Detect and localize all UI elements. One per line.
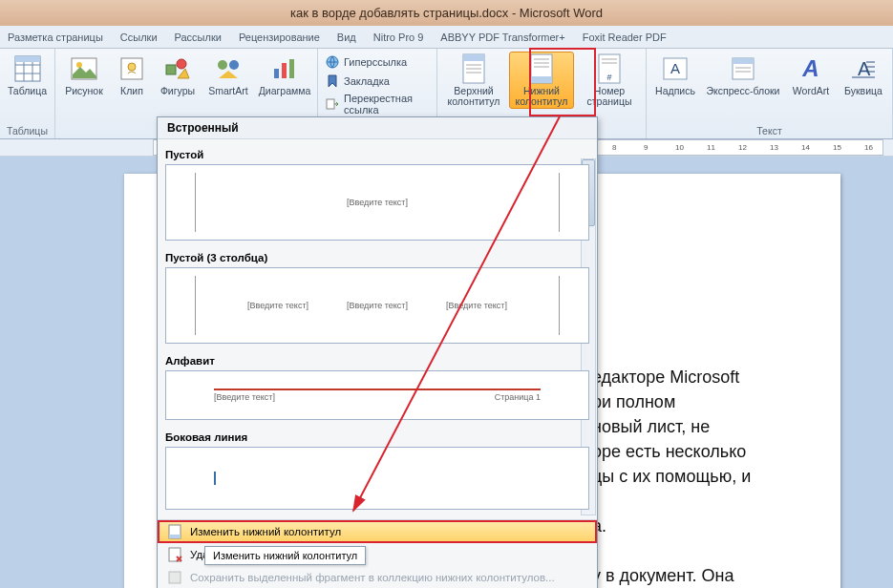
svg-rect-20 bbox=[463, 54, 484, 61]
picture-button[interactable]: Рисунок bbox=[59, 52, 109, 98]
wordart-button[interactable]: AWordArt bbox=[786, 52, 836, 98]
chart-button[interactable]: Диаграмма bbox=[256, 52, 313, 98]
svg-rect-48 bbox=[169, 572, 181, 583]
hyperlink-icon bbox=[325, 54, 340, 70]
edit-footer-icon bbox=[167, 524, 182, 539]
bookmark-icon bbox=[325, 74, 340, 89]
doc-text: оре есть несколько bbox=[592, 442, 746, 461]
svg-point-12 bbox=[218, 60, 227, 70]
svg-rect-36 bbox=[733, 58, 754, 64]
save-gallery-label: Сохранить выделенный фрагмент в коллекци… bbox=[190, 572, 555, 583]
header-icon bbox=[458, 53, 489, 84]
shapes-icon bbox=[162, 53, 193, 84]
section-sideline: Боковая линия bbox=[165, 426, 589, 447]
tab-nitro[interactable]: Nitro Pro 9 bbox=[373, 32, 424, 43]
edit-footer-label: Изменить нижний колонтитул bbox=[190, 526, 341, 537]
svg-rect-15 bbox=[282, 63, 287, 78]
svg-point-11 bbox=[177, 59, 186, 69]
table-button[interactable]: Таблица bbox=[4, 52, 51, 98]
svg-point-7 bbox=[76, 62, 82, 68]
doc-text: едакторе Microsoft bbox=[592, 368, 739, 387]
dropdown-body[interactable]: Пустой [Введите текст] Пустой (3 столбца… bbox=[158, 139, 597, 519]
page-number-text: Страница 1 bbox=[495, 392, 541, 402]
svg-rect-5 bbox=[15, 56, 40, 62]
pagenumber-icon: # bbox=[594, 53, 625, 84]
preview-blank[interactable]: [Введите текст] bbox=[165, 164, 589, 241]
textbox-button[interactable]: AНадпись bbox=[650, 52, 700, 98]
tab-references[interactable]: Ссылки bbox=[120, 32, 158, 43]
placeholder-text: [Введите текст] bbox=[214, 392, 275, 402]
svg-rect-14 bbox=[274, 69, 279, 78]
svg-rect-18 bbox=[327, 99, 334, 109]
preview-blank3[interactable]: [Введите текст] [Введите текст] [Введите… bbox=[165, 267, 589, 344]
group-tables: Таблица Таблицы bbox=[0, 49, 55, 138]
group-text: AНадпись Экспресс-блоки AWordArt AБуквиц… bbox=[647, 49, 893, 138]
svg-text:A: A bbox=[858, 58, 871, 79]
chart-icon bbox=[269, 53, 300, 84]
hyperlink-button[interactable]: Гиперссылка bbox=[322, 53, 433, 71]
doc-text: новый лист, не bbox=[592, 417, 710, 436]
save-to-gallery-item: Сохранить выделенный фрагмент в коллекци… bbox=[158, 566, 597, 588]
placeholder-text: [Введите текст] bbox=[446, 301, 507, 310]
tab-view[interactable]: Вид bbox=[337, 32, 356, 43]
svg-rect-46 bbox=[169, 535, 181, 538]
picture-icon bbox=[69, 53, 99, 84]
tooltip-edit-footer: Изменить нижний колонтитул bbox=[204, 546, 366, 565]
smartart-icon bbox=[213, 53, 244, 84]
svg-rect-16 bbox=[289, 59, 294, 78]
footer-button[interactable]: Нижний колонтитул bbox=[509, 52, 574, 109]
ribbon-tabs: Разметка страницы Ссылки Рассылки Реценз… bbox=[0, 26, 893, 49]
placeholder-text: [Введите текст] bbox=[347, 301, 408, 310]
wordart-icon: A bbox=[796, 53, 826, 84]
shapes-button[interactable]: Фигуры bbox=[155, 52, 201, 98]
footer-dropdown: Встроенный Пустой [Введите текст] Пустой… bbox=[157, 116, 598, 588]
svg-text:A: A bbox=[801, 55, 819, 81]
header-button[interactable]: Верхний колонтитул bbox=[441, 52, 506, 109]
save-gallery-icon bbox=[167, 570, 182, 585]
svg-point-9 bbox=[128, 63, 136, 71]
tab-review[interactable]: Рецензирование bbox=[239, 32, 320, 43]
svg-text:A: A bbox=[670, 60, 680, 76]
section-blank: Пустой bbox=[165, 143, 589, 164]
preview-sideline[interactable] bbox=[165, 447, 589, 510]
group-label-text: Текст bbox=[650, 123, 888, 138]
clip-icon bbox=[117, 53, 147, 84]
remove-footer-icon bbox=[167, 547, 182, 562]
crossref-icon bbox=[325, 96, 340, 112]
svg-rect-25 bbox=[531, 76, 552, 83]
tab-foxit[interactable]: Foxit Reader PDF bbox=[583, 32, 667, 43]
bookmark-button[interactable]: Закладка bbox=[322, 73, 433, 90]
window-title: как в ворде добавлять страницы.docx - Mi… bbox=[290, 6, 603, 20]
svg-text:#: # bbox=[606, 73, 611, 82]
svg-rect-10 bbox=[166, 65, 176, 74]
doc-text: у в документ. Она bbox=[592, 566, 734, 585]
table-icon bbox=[12, 53, 43, 84]
placeholder-text: [Введите текст] bbox=[347, 198, 408, 207]
quickparts-button[interactable]: Экспресс-блоки bbox=[703, 52, 783, 98]
group-label-tables: Таблицы bbox=[4, 123, 51, 138]
placeholder-text: [Введите текст] bbox=[247, 301, 308, 310]
textbox-icon: A bbox=[660, 53, 691, 84]
quickparts-icon bbox=[728, 53, 758, 84]
pagenumber-button[interactable]: #Номер страницы bbox=[577, 52, 642, 109]
footer-icon bbox=[526, 53, 557, 84]
doc-text: цы с их помощью, и bbox=[592, 467, 751, 486]
svg-point-13 bbox=[229, 60, 239, 70]
dropcap-icon: A bbox=[848, 53, 879, 84]
section-alphabet: Алфавит bbox=[165, 349, 589, 370]
edit-footer-item[interactable]: Изменить нижний колонтитул bbox=[158, 520, 597, 543]
tab-page-layout[interactable]: Разметка страницы bbox=[8, 32, 103, 43]
preview-alphabet[interactable]: [Введите текст]Страница 1 bbox=[165, 370, 589, 420]
clip-button[interactable]: Клип bbox=[112, 52, 152, 98]
doc-text: ри полном bbox=[592, 392, 675, 411]
dropcap-button[interactable]: AБуквица bbox=[839, 52, 888, 98]
smartart-button[interactable]: SmartArt bbox=[203, 52, 253, 98]
section-blank3: Пустой (3 столбца) bbox=[165, 246, 589, 267]
crossref-button[interactable]: Перекрестная ссылка bbox=[322, 92, 433, 116]
tab-abbyy[interactable]: ABBYY PDF Transformer+ bbox=[440, 32, 564, 43]
title-bar: как в ворде добавлять страницы.docx - Mi… bbox=[0, 0, 893, 26]
tab-mailings[interactable]: Рассылки bbox=[175, 32, 222, 43]
dropdown-header: Встроенный bbox=[158, 117, 597, 139]
